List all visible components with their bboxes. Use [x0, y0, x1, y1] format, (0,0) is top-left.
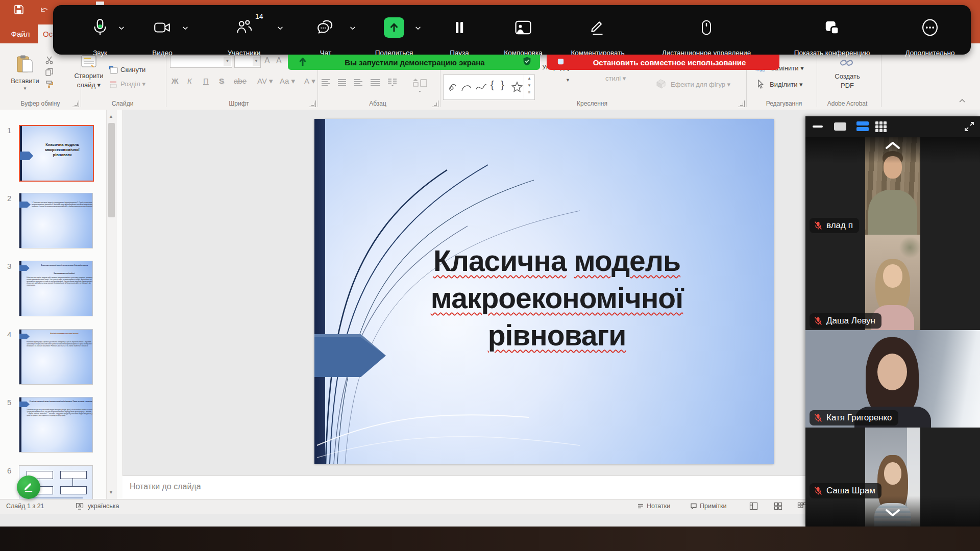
chevron-down-icon[interactable]	[414, 24, 422, 34]
undo-icon[interactable]	[39, 6, 50, 16]
shape-scribble-icon[interactable]	[448, 81, 458, 94]
shape-effects-button[interactable]: Ефекти для фігур ▾	[671, 81, 730, 88]
font-button-6[interactable]: Aa ▾	[280, 77, 295, 86]
shape-left-brace-icon[interactable]: {	[491, 79, 494, 91]
align-button-1[interactable]	[338, 78, 348, 86]
speaker-view-icon[interactable]	[834, 122, 846, 131]
chevron-down-icon[interactable]	[118, 24, 125, 34]
thumbnail-scrollbar[interactable]: ▲ ▼	[106, 110, 117, 499]
font-size-combo[interactable]: ▼	[234, 56, 261, 68]
format-painter-icon[interactable]	[45, 80, 54, 91]
scroll-down-icon[interactable]: ▼	[109, 490, 113, 495]
columns-icon[interactable]	[387, 78, 398, 89]
font-button-3[interactable]: S	[219, 77, 224, 85]
slide-thumbnail-pane: 1Класична модель макроекономічної рівнов…	[0, 110, 123, 499]
slide-thumbnail-2[interactable]: 1. Значення класичної моделі та передумо…	[19, 193, 93, 248]
select-button[interactable]: Виділити ▾	[770, 81, 803, 88]
align-button-0[interactable]	[322, 78, 332, 86]
font-button-0[interactable]: Ж	[172, 77, 179, 85]
dialog-launcher-icon[interactable]	[309, 101, 316, 107]
new-slide-button[interactable]: Створитислайд ▾	[69, 55, 108, 96]
show-windows-icon	[822, 17, 842, 38]
gallery-view-icon[interactable]	[875, 121, 887, 134]
participant-name-chip: Катя Григоренко	[810, 410, 898, 425]
tab-file[interactable]: Файл	[4, 24, 37, 43]
align-button-3[interactable]	[371, 78, 381, 86]
font-button-1[interactable]: К	[187, 77, 192, 85]
align-button-2[interactable]	[354, 78, 364, 86]
view-sorter-button[interactable]	[774, 502, 782, 512]
comments-button[interactable]: Примітки	[690, 503, 726, 510]
scroll-participants-up-icon[interactable]	[884, 140, 901, 153]
chevron-down-icon[interactable]	[349, 24, 356, 34]
zoom-meeting-toolbar: ЗвукВидео14УчастникиЧатПоделитьсяПаузаКо…	[53, 5, 971, 55]
chat-bubble-icon	[315, 17, 336, 38]
view-normal-button[interactable]	[749, 502, 758, 512]
font-button-4[interactable]: abe	[234, 77, 247, 85]
minimize-panel-icon[interactable]	[813, 126, 823, 128]
paste-label: Вставити	[6, 77, 44, 85]
thumbnail-number: 5	[7, 398, 11, 407]
section-label[interactable]: Розділ ▾	[120, 80, 145, 88]
section-icon[interactable]	[108, 80, 118, 91]
slide-thumbnail-4[interactable]: Вихідні положення класичної моделіЕконом…	[19, 329, 93, 385]
slide-thumbnail-5[interactable]: Сутність класичної моделі макроекономічн…	[19, 397, 93, 453]
cut-icon[interactable]	[45, 56, 54, 67]
reset-slide-label[interactable]: Скинути	[120, 66, 145, 73]
shape-star-icon[interactable]	[511, 81, 523, 95]
panel-control-bar	[805, 116, 980, 137]
scroll-participants-down-icon[interactable]	[884, 507, 901, 520]
select-icon	[756, 80, 765, 91]
chevron-down-icon[interactable]	[182, 24, 189, 34]
slide-title[interactable]: Класична модельмакроекономічноїрівноваги	[345, 242, 769, 354]
dialog-launcher-icon[interactable]	[738, 101, 745, 107]
font-button-7[interactable]: А ▾	[304, 77, 315, 86]
grow-shrink-font-buttons[interactable]: А А	[264, 56, 284, 65]
thumbnail-body-text: Кейнсіанська теорія, завдяки якій і вини…	[27, 277, 93, 286]
shapes-gallery-scroll[interactable]: ▲▼≡	[524, 75, 534, 98]
smartart-convert-icon[interactable]	[411, 77, 429, 97]
shapes-gallery[interactable]: {}▲▼≡	[443, 74, 535, 100]
notes-button[interactable]: Нотатки	[637, 503, 670, 510]
slide-title-line: макроекономічної	[345, 280, 769, 317]
dialog-launcher-icon[interactable]	[432, 101, 438, 107]
annotation-pencil-button[interactable]	[17, 475, 40, 499]
thumbnail-title: Класична модель макроекономічної рівнова…	[35, 142, 89, 158]
notes-bar[interactable]: Нотатки до слайда	[122, 475, 805, 499]
ribbon-group-label: Абзац	[369, 100, 386, 107]
shape-curve-icon[interactable]	[475, 82, 487, 94]
thumbnail-body-text: 1. Значення класичної моделі та передумо…	[32, 202, 93, 208]
slide-thumbnail-1[interactable]: Класична модель макроекономічної рівнова…	[19, 125, 94, 182]
font-name-combo[interactable]: ▼	[170, 56, 232, 68]
shape-arc-icon[interactable]	[461, 82, 472, 94]
view-grid-button[interactable]	[797, 502, 806, 512]
reset-slide-icon[interactable]	[108, 65, 118, 77]
remote-mouse-icon	[696, 17, 717, 38]
pencil-icon	[23, 482, 34, 493]
chevron-down-icon[interactable]	[277, 24, 284, 34]
expand-panel-icon[interactable]	[964, 121, 975, 134]
slide-thumbnail-3[interactable]: Значення класичної моделі та передумови …	[19, 261, 93, 316]
dialog-launcher-icon[interactable]	[72, 101, 79, 107]
scroll-up-icon[interactable]: ▲	[109, 114, 113, 119]
shape-right-brace-icon[interactable]: }	[501, 79, 504, 91]
font-button-5[interactable]: AV ▾	[257, 77, 273, 86]
thumbnail-slide-bg	[19, 261, 92, 316]
slide-canvas[interactable]: Класична модельмакроекономічноїрівноваги	[314, 119, 774, 464]
copy-icon[interactable]	[45, 67, 54, 79]
participant-name: Даша Левун	[826, 316, 875, 326]
thumbnail-subheading: Значення класичної моделі:	[29, 272, 93, 274]
save-icon[interactable]	[13, 4, 24, 15]
stop-sharing-button[interactable]: Остановить совместное использование	[547, 55, 779, 70]
tab-home-fragment[interactable]: Ос	[38, 24, 53, 43]
strip-view-icon[interactable]	[856, 121, 869, 132]
collapse-ribbon-icon[interactable]	[959, 97, 967, 104]
create-pdf-button[interactable]: СоздатьPDF	[824, 54, 871, 97]
create-pdf-icon	[839, 55, 854, 72]
status-language[interactable]: українська	[88, 503, 119, 510]
font-button-2[interactable]: П	[203, 77, 209, 85]
thumbnail-heading: Вихідні положення класичної моделі	[29, 333, 93, 335]
paste-button[interactable]: Вставити▼	[6, 55, 44, 96]
scrollbar-thumb[interactable]	[108, 123, 115, 217]
accessibility-icon[interactable]	[76, 502, 84, 512]
